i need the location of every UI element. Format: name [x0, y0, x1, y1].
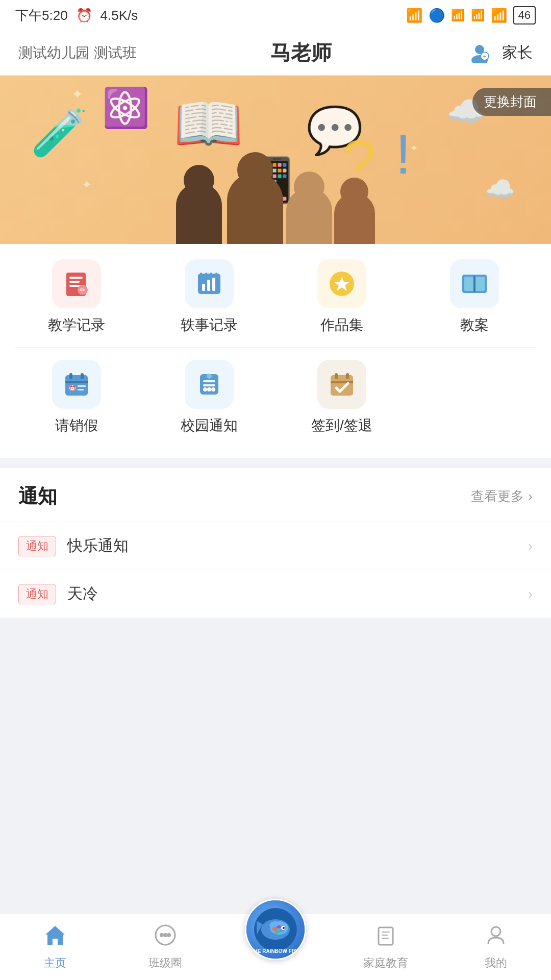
svg-point-45: [160, 933, 164, 937]
tab-fish-center[interactable]: THE RAINBOW FISH: [220, 929, 331, 965]
parent-label[interactable]: 家长: [502, 42, 533, 63]
trivial-record-label: 轶事记录: [181, 315, 238, 335]
status-alarm: ⏰: [76, 8, 92, 23]
notice-item-1[interactable]: 通知 快乐通知 ›: [0, 522, 551, 570]
leave-icon: ⏰: [62, 370, 91, 399]
svg-rect-41: [346, 373, 349, 379]
shortcut-lesson-plan[interactable]: 教案: [423, 259, 525, 335]
wifi-icon-2: 📶: [491, 8, 507, 23]
shortcut-leave[interactable]: ⏰ 请销假: [26, 360, 128, 435]
fish-button[interactable]: THE RAINBOW FISH: [245, 899, 306, 960]
lesson-plan-icon: [460, 270, 489, 298]
tab-home[interactable]: 主页: [0, 923, 110, 971]
shortcut-portfolio[interactable]: 作品集: [291, 259, 393, 335]
tab-class-circle[interactable]: 班级圈: [110, 923, 220, 971]
svg-marker-43: [45, 926, 65, 945]
shortcut-row-1: ✏ 教学记录: [0, 259, 551, 347]
top-nav: 测试幼儿园 测试班 马老师 + 家长: [0, 31, 551, 76]
svg-point-36: [203, 387, 207, 391]
tab-mine-label: 我的: [485, 955, 507, 971]
user-icon-button[interactable]: +: [465, 39, 494, 67]
svg-rect-12: [207, 280, 210, 291]
home-icon: [43, 923, 67, 952]
campus-notice-icon-wrap: [185, 360, 234, 409]
svg-rect-27: [65, 381, 88, 383]
svg-text:✏: ✏: [80, 286, 86, 294]
teacher-name: 马老师: [270, 39, 332, 67]
svg-rect-31: [78, 389, 84, 390]
shortcut-trivial-record[interactable]: 轶事记录: [158, 259, 260, 335]
notice-arrow-2: ›: [528, 586, 533, 602]
svg-rect-16: [210, 273, 212, 277]
svg-rect-26: [81, 373, 84, 379]
leave-label: 请销假: [55, 416, 98, 435]
svg-rect-30: [78, 385, 86, 387]
battery-indicator: 46: [513, 6, 536, 24]
shortcut-campus-notice[interactable]: 校园通知: [158, 360, 260, 435]
family-edu-svg: [374, 923, 397, 947]
svg-rect-25: [69, 373, 72, 379]
svg-rect-59: [379, 927, 393, 945]
svg-rect-22: [474, 277, 485, 291]
svg-rect-40: [335, 373, 338, 379]
campus-notice-label: 校园通知: [181, 416, 238, 435]
fish-inner: THE RAINBOW FISH: [246, 900, 305, 959]
tab-family-edu[interactable]: 家庭教育: [331, 923, 441, 971]
svg-point-33: [207, 374, 212, 379]
shortcut-divider: [15, 347, 536, 348]
portfolio-icon-wrap: [317, 259, 366, 308]
family-edu-icon: [374, 923, 397, 952]
notice-arrow-1: ›: [528, 538, 533, 554]
notice-badge-1: 通知: [18, 536, 56, 556]
status-speed: 4.5K/s: [101, 8, 138, 23]
notice-item-2[interactable]: 通知 天冷 ›: [0, 570, 551, 618]
notice-more-label: 查看更多: [471, 487, 524, 505]
tab-class-circle-label: 班级圈: [148, 955, 182, 971]
trivial-record-icon: [195, 270, 223, 298]
school-info: 测试幼儿园 测试班: [18, 43, 137, 63]
flask-deco: 🧪: [31, 106, 88, 160]
svg-rect-42: [331, 381, 353, 383]
shortcut-teaching-record[interactable]: ✏ 教学记录: [26, 259, 128, 335]
svg-rect-34: [203, 380, 215, 382]
lesson-plan-label: 教案: [460, 315, 489, 335]
checkin-icon-wrap: [317, 360, 366, 409]
svg-point-52: [277, 925, 282, 928]
svg-rect-11: [202, 284, 205, 291]
status-bar: 下午5:20 ⏰ 4.5K/s 📶 🔵 📶 📶 📶 46: [0, 0, 551, 31]
checkin-icon: [328, 370, 356, 399]
svg-rect-13: [212, 278, 215, 291]
portfolio-icon: [328, 270, 356, 298]
home-svg: [43, 923, 67, 947]
fish-text: THE RAINBOW FISH: [246, 948, 305, 954]
notice-more-button[interactable]: 查看更多 ›: [471, 487, 533, 505]
notice-text-2: 天冷: [67, 583, 517, 604]
notice-more-arrow: ›: [528, 488, 533, 504]
atom-deco: ⚛️: [102, 86, 150, 131]
nav-right-actions: + 家长: [465, 39, 533, 67]
svg-rect-35: [203, 384, 215, 386]
svg-point-47: [167, 933, 171, 937]
notice-header: 通知 查看更多 ›: [0, 468, 551, 522]
tab-mine[interactable]: 我的: [441, 923, 551, 971]
hero-banner: 🧪 ⚛️ 📖 💬 ? ! 📱 ☁️ ☁️ ✦ ✦ ✦ ✦ 更换: [0, 76, 551, 244]
svg-rect-15: [205, 273, 207, 277]
teaching-record-icon-wrap: ✏: [52, 259, 101, 308]
snowflake4: ✦: [410, 142, 418, 154]
class-circle-svg: [154, 923, 177, 947]
notice-text-1: 快乐通知: [67, 535, 517, 556]
svg-rect-23: [473, 276, 475, 292]
svg-rect-61: [382, 935, 388, 936]
svg-rect-14: [200, 273, 202, 277]
svg-rect-39: [331, 375, 353, 396]
change-cover-button[interactable]: 更换封面: [472, 88, 551, 116]
shortcut-card: ✏ 教学记录: [0, 244, 551, 458]
shortcut-checkin[interactable]: 签到/签退: [291, 360, 393, 435]
status-left: 下午5:20 ⏰ 4.5K/s: [15, 7, 138, 24]
svg-point-46: [163, 933, 167, 937]
signal-icon-2: 📶: [471, 9, 485, 22]
svg-text:+: +: [483, 53, 486, 60]
teaching-record-label: 教学记录: [48, 315, 105, 335]
svg-text:⏰: ⏰: [69, 385, 76, 391]
status-right: 📶 🔵 📶 📶 📶 46: [406, 6, 536, 24]
